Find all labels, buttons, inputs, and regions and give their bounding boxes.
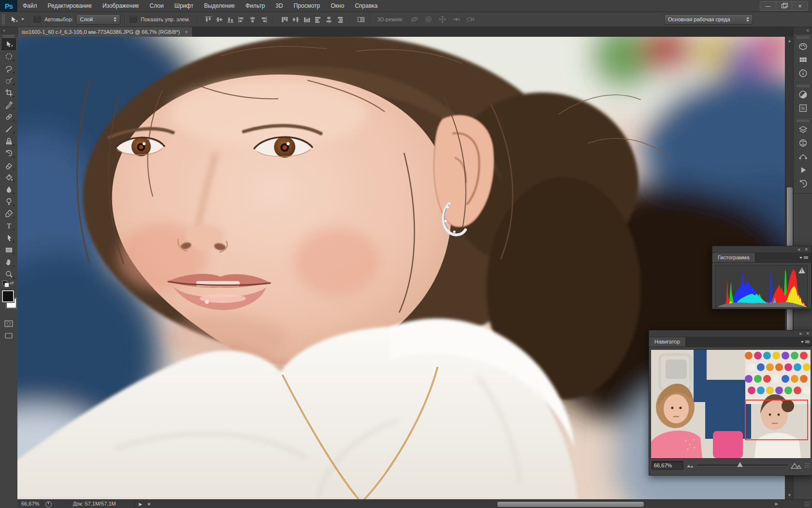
channels-panel-button[interactable] <box>797 136 810 149</box>
history-brush-tool[interactable] <box>1 147 16 159</box>
align-top-edges-button[interactable] <box>203 15 214 24</box>
status-indicator-icon[interactable] <box>45 501 52 508</box>
window-resize-grip[interactable] <box>804 501 810 507</box>
document-size-field[interactable]: Док: 57,1М/57,1М <box>54 500 135 508</box>
paint-bucket-tool[interactable] <box>1 171 16 183</box>
tab-close-icon[interactable]: × <box>185 29 188 35</box>
distribute-horizontal-centers-button[interactable] <box>323 15 334 24</box>
distribute-bottom-edges-button[interactable] <box>301 15 312 24</box>
status-menu-arrow[interactable]: ▶ <box>135 502 146 507</box>
panel-collapse-icon[interactable]: « <box>798 247 801 253</box>
horizontal-scrollbar[interactable]: ◀ ▶ <box>147 500 778 508</box>
3d-camera-button[interactable] <box>465 15 476 24</box>
styles-panel-button[interactable]: fx <box>797 102 810 115</box>
dock-group-grip[interactable] <box>797 36 810 39</box>
auto-align-layers-button[interactable] <box>355 15 366 24</box>
tools-collapse-button[interactable]: » <box>0 27 17 34</box>
clone-stamp-tool[interactable] <box>1 135 16 147</box>
tools-grip[interactable] <box>3 35 14 37</box>
path-selection-tool[interactable] <box>1 232 16 244</box>
swap-colors-icon[interactable]: ⇄ <box>10 280 14 285</box>
history-panel-button[interactable] <box>797 177 810 190</box>
panel-collapse-icon[interactable]: « <box>799 331 802 337</box>
quick-selection-tool[interactable] <box>1 75 16 87</box>
uncached-refresh-warning-icon[interactable] <box>798 268 805 273</box>
healing-brush-tool[interactable] <box>1 111 16 123</box>
actions-panel-button[interactable] <box>797 164 810 177</box>
align-left-edges-button[interactable] <box>236 15 247 24</box>
navigator-view-box[interactable] <box>745 400 808 440</box>
zoom-out-mountains-icon[interactable] <box>686 463 694 468</box>
panel-resize-grip[interactable] <box>804 463 810 468</box>
menu-item-4[interactable]: Слои <box>145 0 169 12</box>
pen-tool[interactable] <box>1 208 16 220</box>
histogram-tab[interactable]: Гистограмма <box>712 253 755 262</box>
dock-group-grip[interactable] <box>797 120 810 122</box>
menu-item-3[interactable]: Изображение <box>97 0 145 12</box>
distribute-vertical-centers-button[interactable] <box>290 15 301 24</box>
menu-item-9[interactable]: Просмотр <box>288 0 325 12</box>
status-zoom-field[interactable]: 66,67% <box>17 500 44 508</box>
quick-mask-button[interactable] <box>1 317 16 329</box>
navigator-tab[interactable]: Навигатор <box>649 337 686 346</box>
navigator-zoom-slider-thumb[interactable] <box>737 462 743 467</box>
workspace-select[interactable]: Основная рабочая среда <box>664 14 753 25</box>
hand-tool[interactable] <box>1 256 16 268</box>
move-tool[interactable] <box>1 38 16 50</box>
restore-button[interactable] <box>776 1 792 11</box>
rectangle-tool[interactable] <box>1 244 16 256</box>
type-tool[interactable]: T <box>1 220 16 232</box>
blur-tool[interactable] <box>1 183 16 195</box>
foreground-color-swatch[interactable] <box>2 290 14 302</box>
align-vertical-centers-button[interactable] <box>214 15 225 24</box>
distribute-right-edges-button[interactable] <box>334 15 346 24</box>
scroll-right-icon[interactable]: ▶ <box>775 502 778 506</box>
menu-item-1[interactable]: Файл <box>17 0 43 12</box>
info-panel-button[interactable] <box>797 67 810 80</box>
menu-item-10[interactable]: Окно <box>325 0 349 12</box>
3d-pan-button[interactable] <box>437 15 448 24</box>
color-panel-button[interactable] <box>797 40 810 53</box>
scroll-left-icon[interactable]: ◀ <box>147 502 150 506</box>
menu-item-8[interactable]: 3D <box>270 0 288 12</box>
brush-tool[interactable] <box>1 123 16 135</box>
navigator-preview[interactable] <box>651 350 811 458</box>
minimize-button[interactable]: — <box>760 1 776 11</box>
options-bar-grip[interactable] <box>2 14 5 25</box>
dock-group-grip[interactable] <box>797 85 810 87</box>
menu-item-6[interactable]: Выделение <box>199 0 240 12</box>
menu-item-2[interactable]: Редактирование <box>43 0 97 12</box>
panel-menu-button[interactable] <box>799 253 811 262</box>
menu-item-7[interactable]: Фильтр <box>240 0 270 12</box>
menu-item-11[interactable]: Справка <box>349 0 383 12</box>
tool-preset-picker[interactable] <box>8 15 24 24</box>
close-button[interactable]: × <box>792 1 808 11</box>
3d-slide-button[interactable] <box>451 15 462 24</box>
eyedropper-tool[interactable] <box>1 99 16 111</box>
eraser-tool[interactable] <box>1 159 16 171</box>
swatches-panel-button[interactable] <box>797 53 810 66</box>
layers-panel-button[interactable] <box>797 123 810 136</box>
3d-orbit-button[interactable] <box>409 15 420 24</box>
align-right-edges-button[interactable] <box>258 15 269 24</box>
document-tab[interactable]: iso1600-1_60 c-f_6,3-105,0 мм-773A0386.J… <box>17 27 193 37</box>
zoom-tool[interactable] <box>1 268 16 280</box>
align-bottom-edges-button[interactable] <box>225 15 236 24</box>
screen-mode-button[interactable] <box>1 329 16 342</box>
distribute-left-edges-button[interactable] <box>312 15 323 24</box>
zoom-in-mountains-icon[interactable] <box>791 462 801 469</box>
panel-menu-button[interactable] <box>801 337 812 346</box>
autoselect-checkbox[interactable] <box>34 16 41 23</box>
navigator-zoom-slider[interactable] <box>697 464 788 466</box>
scroll-down-icon[interactable]: ▼ <box>785 493 794 497</box>
align-horizontal-centers-button[interactable] <box>247 15 258 24</box>
elliptical-marquee-tool[interactable] <box>1 50 16 62</box>
panel-close-icon[interactable]: × <box>805 247 808 253</box>
panel-close-icon[interactable]: × <box>806 331 809 337</box>
distribute-top-edges-button[interactable] <box>279 15 290 24</box>
dock-collapse-button[interactable]: « <box>794 27 812 35</box>
navigator-zoom-field[interactable]: 66,67% <box>652 461 683 470</box>
dodge-tool[interactable] <box>1 195 16 208</box>
show-transform-controls-checkbox[interactable] <box>130 16 137 23</box>
scroll-up-icon[interactable]: ▲ <box>785 39 794 43</box>
